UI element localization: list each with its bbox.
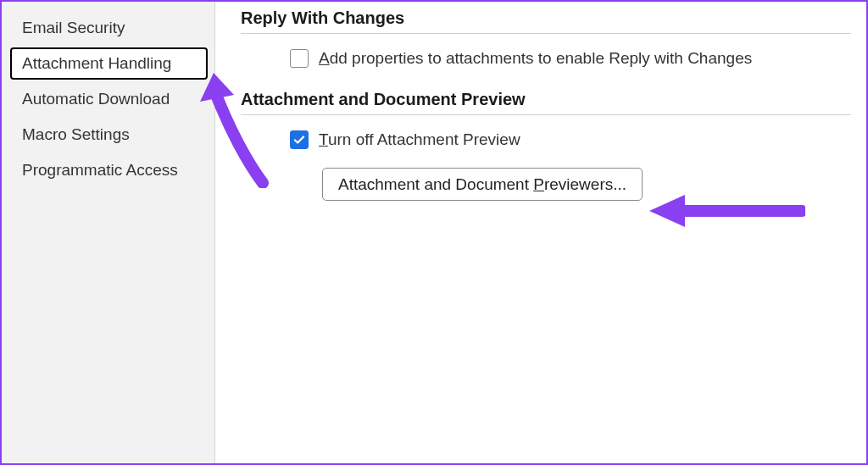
sidebar-item-email-security[interactable]: Email Security	[10, 12, 208, 44]
sidebar-item-macro-settings[interactable]: Macro Settings	[10, 119, 208, 151]
option-add-properties[interactable]: Add properties to attachments to enable …	[290, 49, 851, 68]
option-turn-off-preview-label: Turn off Attachment Preview	[319, 130, 520, 149]
checkbox-unchecked-icon[interactable]	[290, 49, 309, 68]
content-panel: Reply With Changes Add properties to att…	[215, 2, 866, 463]
divider	[241, 114, 851, 115]
sidebar-item-automatic-download[interactable]: Automatic Download	[10, 83, 208, 115]
sidebar-item-label: Automatic Download	[22, 90, 170, 108]
sidebar: Email Security Attachment Handling Autom…	[2, 2, 215, 463]
sidebar-item-label: Programmatic Access	[22, 161, 178, 179]
previewers-button-row: Attachment and Document Previewers...	[322, 168, 851, 201]
divider	[241, 33, 851, 34]
option-turn-off-preview[interactable]: Turn off Attachment Preview	[290, 130, 851, 149]
attachment-document-previewers-button[interactable]: Attachment and Document Previewers...	[322, 168, 643, 201]
sidebar-item-label: Macro Settings	[22, 125, 130, 143]
checkbox-checked-icon[interactable]	[290, 130, 309, 149]
sidebar-item-programmatic-access[interactable]: Programmatic Access	[10, 154, 208, 186]
section-heading-reply-with-changes: Reply With Changes	[241, 8, 851, 28]
sidebar-item-attachment-handling[interactable]: Attachment Handling	[10, 47, 208, 80]
section-heading-attachment-preview: Attachment and Document Preview	[241, 90, 851, 109]
sidebar-item-label: Email Security	[22, 19, 125, 36]
sidebar-item-label: Attachment Handling	[22, 54, 171, 72]
option-add-properties-label: Add properties to attachments to enable …	[319, 49, 752, 68]
